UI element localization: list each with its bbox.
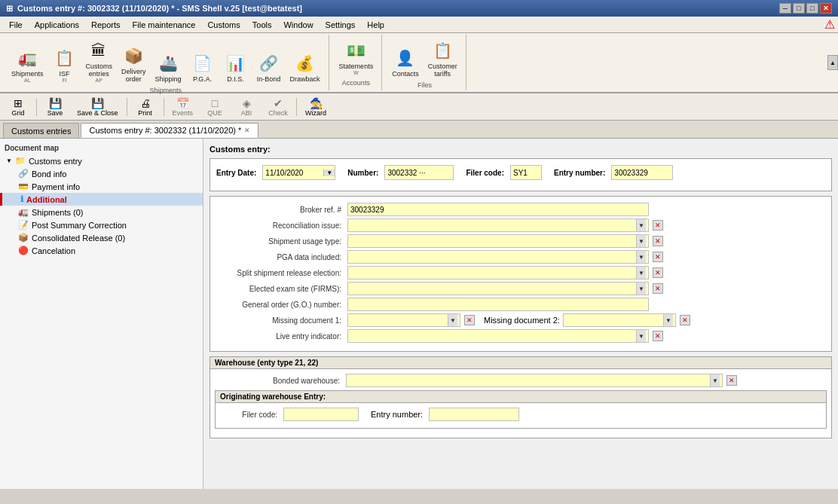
ribbon-btn-shipping[interactable]: 🚢 Shipping <box>151 49 185 85</box>
ribbon-btn-shipments[interactable]: 🚛 Shipments AL <box>8 44 47 85</box>
missing-doc1-arrow[interactable]: ▼ <box>448 314 457 326</box>
entry-date-input[interactable] <box>263 166 323 179</box>
pga-data-dropdown[interactable]: ▼ <box>347 250 649 264</box>
bonded-warehouse-arrow[interactable]: ▼ <box>710 374 720 386</box>
entry-date-dropdown-icon[interactable]: ▼ <box>323 170 335 176</box>
ribbon-btn-pga[interactable]: 📄 P.G.A. <box>187 49 219 85</box>
shipment-usage-clear-button[interactable]: ✕ <box>653 236 663 246</box>
menu-reports[interactable]: Reports <box>85 17 127 32</box>
elected-exam-dropdown[interactable]: ▼ <box>347 282 649 295</box>
tree-root-icon: 📁 <box>15 156 26 166</box>
tab-customs-entries[interactable]: Customs entries <box>3 123 79 138</box>
general-order-input[interactable] <box>347 298 649 311</box>
ribbon-group-shipments-label: Shipments <box>150 87 182 94</box>
menu-customs[interactable]: Customs <box>201 17 246 32</box>
broker-ref-input[interactable] <box>347 203 649 216</box>
ribbon-btn-contacts[interactable]: 👤 Contacts <box>388 44 423 80</box>
abi-button[interactable]: ◈ ABI <box>231 95 261 119</box>
entry-number-input[interactable] <box>612 166 672 179</box>
ribbon-btn-inbond-label: In-Bond <box>257 75 281 83</box>
tab-customs-entry-label: Customs entry #: 3002332 (11/10/2020) * <box>89 126 241 135</box>
menu-help[interactable]: Help <box>361 17 390 32</box>
ribbon-collapse-button[interactable]: ▲ <box>827 55 838 70</box>
pga-data-arrow[interactable]: ▼ <box>636 251 646 263</box>
ribbon-btn-drawback[interactable]: 💰 Drawback <box>286 49 324 85</box>
ribbon-btn-delivery[interactable]: 📦 Deliveryorder <box>118 41 150 85</box>
tab-customs-entries-label: Customs entries <box>11 127 71 136</box>
customer-tariffs-icon: 📋 <box>430 38 454 63</box>
missing-doc2-dropdown[interactable]: ▼ <box>563 313 676 327</box>
pga-data-clear-button[interactable]: ✕ <box>653 252 663 262</box>
bonded-warehouse-clear-button[interactable]: ✕ <box>726 375 737 386</box>
que-button[interactable]: □ QUE <box>200 95 230 119</box>
events-button[interactable]: 📅 Events <box>167 95 199 119</box>
number-input[interactable] <box>385 166 453 179</box>
grid-button[interactable]: ⊞ Grid <box>3 95 33 119</box>
save-close-button[interactable]: 💾 Save & Close <box>72 95 124 119</box>
tree-item-cancelation[interactable]: 🔴 Cancelation <box>0 244 203 257</box>
warehouse-section-body: Bonded warehouse: ▼ ✕ Originating wareho… <box>210 369 831 438</box>
tree-item-bond-info[interactable]: 🔗 Bond info <box>0 167 203 180</box>
check-button[interactable]: ✔ Check <box>263 95 293 119</box>
menu-settings[interactable]: Settings <box>320 17 362 32</box>
reconciliation-dropdown[interactable]: ▼ <box>347 218 649 232</box>
tree-item-customs-entry-root[interactable]: ▼ 📁 Customs entry <box>0 154 203 167</box>
live-entry-dropdown[interactable]: ▼ <box>347 329 649 343</box>
ribbon-btn-inbond[interactable]: 🔗 In-Bond <box>253 49 285 85</box>
missing-doc1-dropdown[interactable]: ▼ <box>347 313 460 327</box>
orig-filer-code-input[interactable] <box>283 408 359 421</box>
shipment-usage-arrow[interactable]: ▼ <box>636 235 646 247</box>
missing-doc2-arrow[interactable]: ▼ <box>663 314 673 326</box>
elected-exam-clear-button[interactable]: ✕ <box>653 283 663 294</box>
print-button[interactable]: 🖨 Print <box>130 95 161 119</box>
split-shipment-arrow[interactable]: ▼ <box>636 267 646 279</box>
ribbon-btn-statements[interactable]: 💵 Statements W <box>335 36 378 78</box>
orig-entry-number-input[interactable] <box>429 408 519 421</box>
filer-code-input[interactable] <box>511 166 541 179</box>
split-shipment-dropdown[interactable]: ▼ <box>347 266 649 279</box>
statements-icon: 💵 <box>344 38 368 63</box>
ribbon-btn-delivery-label: Deliveryorder <box>121 68 146 83</box>
payment-info-icon: 💳 <box>18 182 29 191</box>
menu-applications[interactable]: Applications <box>29 17 85 32</box>
live-entry-arrow[interactable]: ▼ <box>636 330 646 342</box>
shipment-usage-dropdown[interactable]: ▼ <box>347 234 649 248</box>
orig-filer-code-label: Filer code: <box>220 411 280 419</box>
maximize-button[interactable]: □ <box>806 3 818 14</box>
split-shipment-row: Split shipment release election: ▼ ✕ <box>216 266 825 279</box>
live-entry-clear-button[interactable]: ✕ <box>653 331 663 341</box>
tab-customs-entry[interactable]: Customs entry #: 3002332 (11/10/2020) * … <box>81 123 258 138</box>
restore-button[interactable]: □ <box>793 3 805 14</box>
ribbon-btn-dis[interactable]: 📊 D.I.S. <box>220 49 252 85</box>
missing-doc1-clear-button[interactable]: ✕ <box>464 315 475 325</box>
tree-item-consolidated[interactable]: 📦 Consolidated Release (0) <box>0 231 203 244</box>
reconciliation-arrow[interactable]: ▼ <box>636 219 646 231</box>
ribbon-btn-contacts-label: Contacts <box>392 70 419 78</box>
tree-item-shipments[interactable]: 🚛 Shipments (0) <box>0 206 203 218</box>
ribbon-btn-customs-entries[interactable]: 🏛 Customsentries AP <box>82 36 117 85</box>
ribbon-btn-customer-tariffs[interactable]: 📋 Customertariffs <box>424 36 461 80</box>
bonded-warehouse-dropdown[interactable]: ▼ <box>346 374 723 387</box>
menu-tools[interactable]: Tools <box>246 17 278 32</box>
menu-file[interactable]: File <box>3 17 29 32</box>
elected-exam-label: Elected exam site (FIRMS): <box>216 285 344 293</box>
reconciliation-clear-button[interactable]: ✕ <box>653 220 663 231</box>
split-shipment-clear-button[interactable]: ✕ <box>653 267 663 278</box>
minimize-button[interactable]: ─ <box>779 3 791 14</box>
ribbon-shortcut-shipments: AL <box>24 78 31 83</box>
save-button[interactable]: 💾 Save <box>40 95 70 119</box>
orig-entry-number-label: Entry number: <box>371 410 423 419</box>
tree-item-post-summary[interactable]: 📝 Post Summary Correction <box>0 218 203 231</box>
tree-item-additional[interactable]: ℹ Additional <box>0 193 203 206</box>
elected-exam-arrow[interactable]: ▼ <box>636 283 646 295</box>
ribbon-btn-drawback-label: Drawback <box>290 75 320 83</box>
menu-window[interactable]: Window <box>277 17 319 32</box>
tab-close-icon[interactable]: ✕ <box>244 127 250 134</box>
close-button[interactable]: ✕ <box>820 3 832 14</box>
post-summary-label: Post Summary Correction <box>32 221 127 230</box>
ribbon-btn-isf[interactable]: 📋 ISF FI <box>49 44 81 85</box>
menu-file-maintenance[interactable]: File maintenance <box>127 17 202 32</box>
missing-doc2-clear-button[interactable]: ✕ <box>680 315 690 325</box>
wizard-button[interactable]: 🧙 Wizard <box>300 95 332 119</box>
tree-item-payment-info[interactable]: 💳 Payment info <box>0 180 203 193</box>
